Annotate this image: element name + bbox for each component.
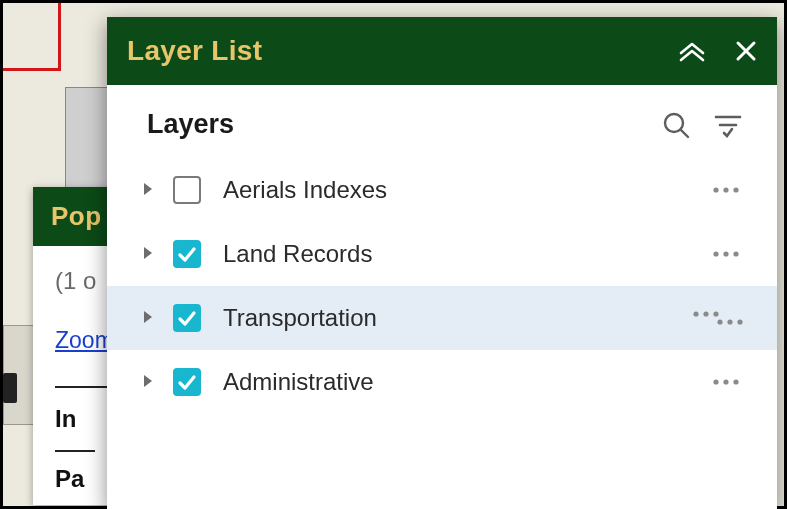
svg-point-22 <box>713 379 718 384</box>
svg-point-19 <box>727 319 732 324</box>
svg-point-16 <box>703 311 708 316</box>
app-frame: Pop (1 o Zoom to In Pa Layer List <box>0 0 787 509</box>
svg-line-3 <box>681 130 688 137</box>
caret-right-icon[interactable] <box>143 246 157 262</box>
layer-label: Administrative <box>217 368 695 396</box>
visibility-checkbox[interactable] <box>173 368 201 396</box>
layer-list: Aerials IndexesLand RecordsTransportatio… <box>107 158 777 509</box>
svg-marker-21 <box>144 375 152 387</box>
more-horizontal-icon[interactable] <box>711 185 745 195</box>
header-actions <box>677 40 757 62</box>
svg-point-12 <box>723 251 728 256</box>
search-icon[interactable] <box>661 110 691 140</box>
svg-marker-14 <box>144 311 152 323</box>
svg-point-7 <box>713 187 718 192</box>
collapse-up-icon[interactable] <box>677 40 707 62</box>
layer-list-tools <box>661 110 743 140</box>
svg-point-24 <box>733 379 738 384</box>
svg-point-15 <box>693 311 698 316</box>
layer-list-header: Layer List <box>107 17 777 85</box>
caret-right-icon[interactable] <box>143 182 157 198</box>
layer-list-widget: Layer List Layers <box>107 17 777 509</box>
svg-point-13 <box>733 251 738 256</box>
visibility-checkbox[interactable] <box>173 176 201 204</box>
close-icon[interactable] <box>735 40 757 62</box>
visibility-checkbox[interactable] <box>173 304 201 332</box>
svg-point-9 <box>733 187 738 192</box>
svg-marker-10 <box>144 247 152 259</box>
more-horizontal-icon[interactable] <box>711 377 745 387</box>
layer-label: Transportation <box>217 304 675 332</box>
layer-row[interactable]: Transportation <box>107 286 777 350</box>
more-horizontal-icon[interactable] <box>691 309 745 327</box>
divider <box>55 450 95 452</box>
svg-point-23 <box>723 379 728 384</box>
layer-list-subheader: Layers <box>107 85 777 158</box>
svg-point-20 <box>737 319 742 324</box>
caret-right-icon[interactable] <box>143 310 157 326</box>
map-artifact <box>3 68 61 71</box>
layer-row[interactable]: Aerials Indexes <box>107 158 777 222</box>
map-artifact <box>58 3 61 71</box>
layer-label: Land Records <box>217 240 695 268</box>
svg-point-18 <box>717 319 722 324</box>
filter-list-icon[interactable] <box>713 110 743 140</box>
svg-point-8 <box>723 187 728 192</box>
caret-right-icon[interactable] <box>143 374 157 390</box>
layer-row[interactable]: Land Records <box>107 222 777 286</box>
more-horizontal-icon[interactable] <box>711 249 745 259</box>
layer-label: Aerials Indexes <box>217 176 695 204</box>
layers-subtitle: Layers <box>147 109 234 140</box>
svg-point-17 <box>713 311 718 316</box>
svg-point-11 <box>713 251 718 256</box>
layer-list-title: Layer List <box>127 35 262 67</box>
visibility-checkbox[interactable] <box>173 240 201 268</box>
map-artifact <box>3 373 17 403</box>
svg-marker-6 <box>144 183 152 195</box>
layer-row[interactable]: Administrative <box>107 350 777 414</box>
